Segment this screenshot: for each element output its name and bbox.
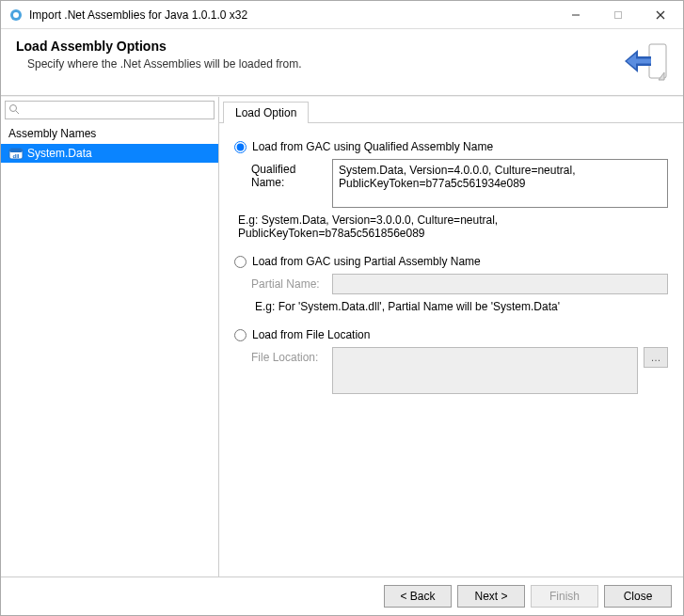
svg-rect-10 bbox=[9, 149, 23, 152]
ellipsis-icon: … bbox=[651, 352, 661, 363]
radio-gac-partial-row: Load from GAC using Partial Assembly Nam… bbox=[234, 255, 668, 268]
svg-line-8 bbox=[16, 111, 19, 114]
partial-name-label: Partial Name: bbox=[251, 274, 326, 291]
titlebar: Import .Net Assemblies for Java 1.0.1.0 … bbox=[1, 1, 683, 29]
partial-example: E.g: For 'System.Data.dll', Partial Name… bbox=[255, 300, 668, 313]
assembly-icon: dll bbox=[8, 146, 24, 161]
radio-gac-qualified-label: Load from GAC using Qualified Assembly N… bbox=[252, 140, 493, 153]
file-location-label: File Location: bbox=[251, 347, 326, 364]
assembly-names-label: Assembly Names bbox=[1, 121, 218, 144]
tab-load-option[interactable]: Load Option bbox=[223, 102, 309, 123]
finish-button: Finish bbox=[531, 585, 598, 608]
search-input[interactable] bbox=[5, 101, 215, 119]
dialog-window: Import .Net Assemblies for Java 1.0.1.0 … bbox=[0, 0, 684, 616]
left-pane: Assembly Names dll System.Data bbox=[1, 97, 219, 577]
radio-gac-partial[interactable] bbox=[234, 256, 247, 268]
radio-gac-qualified[interactable] bbox=[234, 141, 247, 153]
qualified-example: E.g: System.Data, Version=3.0.0.0, Cultu… bbox=[238, 213, 668, 240]
radio-file-location-row: Load from File Location bbox=[234, 328, 668, 341]
svg-text:dll: dll bbox=[13, 153, 20, 159]
back-button[interactable]: < Back bbox=[384, 585, 452, 608]
partial-name-input bbox=[332, 274, 668, 294]
qualified-name-label: Qualified Name: bbox=[251, 159, 326, 189]
window-title: Import .Net Assemblies for Java 1.0.1.0 … bbox=[29, 8, 554, 22]
file-location-row: File Location: … bbox=[251, 347, 668, 394]
radio-gac-qualified-row: Load from GAC using Qualified Assembly N… bbox=[234, 140, 668, 153]
svg-point-1 bbox=[13, 12, 19, 18]
header-text: Load Assembly Options Specify where the … bbox=[16, 39, 623, 71]
page-subtitle: Specify where the .Net Assemblies will b… bbox=[27, 57, 623, 71]
search-wrap bbox=[1, 97, 218, 121]
content-area: Assembly Names dll System.Data Load bbox=[1, 96, 683, 577]
assembly-list[interactable]: dll System.Data bbox=[1, 144, 218, 577]
import-arrow-icon bbox=[623, 39, 668, 84]
browse-button[interactable]: … bbox=[644, 347, 668, 368]
radio-gac-partial-label: Load from GAC using Partial Assembly Nam… bbox=[252, 255, 481, 268]
close-dialog-button[interactable]: Close bbox=[604, 585, 672, 608]
maximize-button bbox=[597, 2, 639, 28]
qualified-name-input[interactable] bbox=[332, 159, 668, 208]
list-item-label: System.Data bbox=[27, 147, 92, 160]
partial-name-row: Partial Name: bbox=[251, 274, 668, 294]
radio-file-location[interactable] bbox=[234, 329, 247, 341]
minimize-button[interactable] bbox=[554, 2, 597, 28]
svg-point-7 bbox=[10, 105, 17, 112]
tabs: Load Option bbox=[219, 97, 683, 123]
next-button[interactable]: Next > bbox=[457, 585, 525, 608]
list-item[interactable]: dll System.Data bbox=[1, 144, 218, 163]
right-pane: Load Option Load from GAC using Qualifie… bbox=[219, 97, 683, 577]
close-button[interactable] bbox=[639, 2, 681, 28]
svg-rect-3 bbox=[614, 11, 621, 18]
header-panel: Load Assembly Options Specify where the … bbox=[1, 29, 683, 96]
footer: < Back Next > Finish Close bbox=[1, 577, 683, 615]
search-icon bbox=[8, 103, 20, 115]
page-title: Load Assembly Options bbox=[16, 39, 623, 54]
app-icon bbox=[8, 8, 24, 23]
form-area: Load from GAC using Qualified Assembly N… bbox=[219, 123, 683, 405]
radio-file-location-label: Load from File Location bbox=[252, 328, 370, 341]
file-location-input bbox=[332, 347, 638, 394]
qualified-name-row: Qualified Name: bbox=[251, 159, 668, 208]
